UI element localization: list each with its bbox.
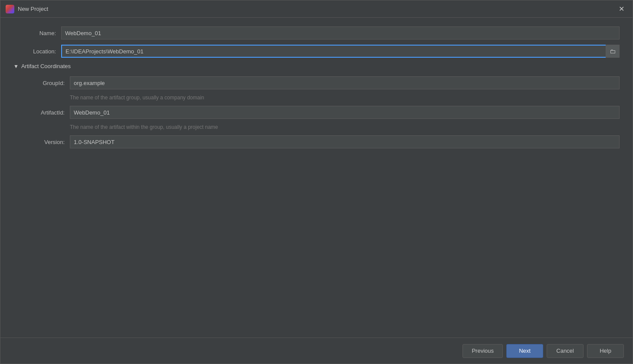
artifact-coordinates-content: GroupId: The name of the artifact group,… [13,76,620,148]
artifactid-hint: The name of the artifact within the grou… [70,124,620,130]
name-row: Name: [13,26,620,39]
location-label: Location: [13,48,61,55]
location-wrapper: 🗀 [61,45,620,58]
help-button[interactable]: Help [587,344,624,358]
title-bar: New Project ✕ [0,0,633,18]
previous-button[interactable]: Previous [462,344,503,358]
artifactid-row: ArtifactId: [22,106,620,119]
section-toggle-icon: ▼ [13,63,19,69]
groupid-label: GroupId: [22,80,70,86]
artifactid-input[interactable] [70,106,620,119]
version-label: Version: [22,139,70,145]
close-button[interactable]: ✕ [615,3,627,15]
groupid-input[interactable] [70,76,620,89]
next-button[interactable]: Next [506,344,543,358]
close-icon: ✕ [619,5,624,13]
version-row: Version: [22,135,620,148]
new-project-dialog: New Project ✕ Name: Location: 🗀 ▼ Artifa… [0,0,633,364]
groupid-hint: The name of the artifact group, usually … [70,95,620,101]
dialog-content: Name: Location: 🗀 ▼ Artifact Coordinates… [0,18,633,338]
groupid-row: GroupId: [22,76,620,89]
dialog-footer: Previous Next Cancel Help [0,338,633,364]
name-input[interactable] [61,26,620,39]
version-input[interactable] [70,135,620,148]
title-bar-left: New Project [6,5,48,13]
location-row: Location: 🗀 [13,45,620,58]
window-title: New Project [18,6,48,12]
artifact-coordinates-title: Artifact Coordinates [21,63,71,69]
name-label: Name: [13,30,61,36]
app-icon [6,5,14,13]
browse-folder-button[interactable]: 🗀 [606,45,620,58]
location-input[interactable] [61,45,620,58]
artifactid-label: ArtifactId: [22,109,70,116]
folder-icon: 🗀 [610,48,616,55]
artifact-coordinates-section-header[interactable]: ▼ Artifact Coordinates [13,63,620,69]
cancel-button[interactable]: Cancel [547,344,584,358]
